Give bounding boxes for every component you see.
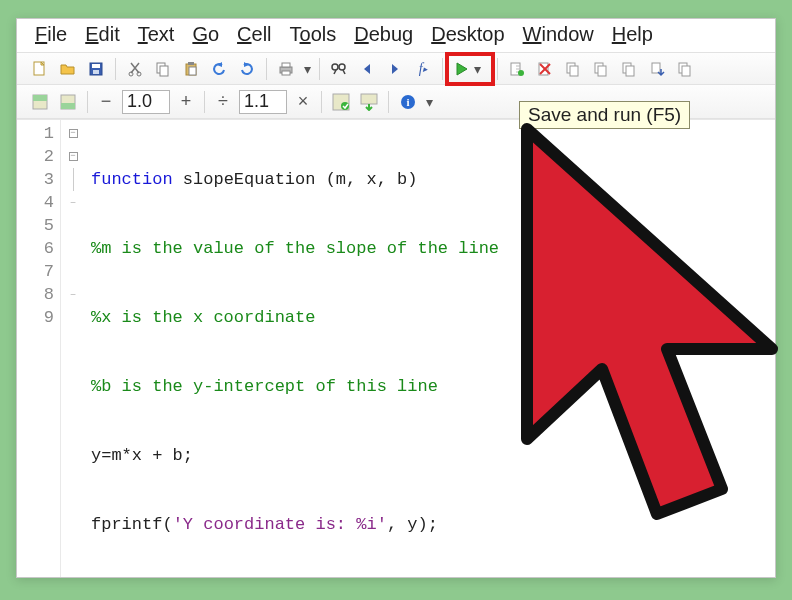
svg-rect-10 — [189, 67, 196, 75]
svg-point-14 — [332, 64, 338, 70]
save-button[interactable] — [85, 58, 107, 80]
menu-cell[interactable]: Cell — [237, 23, 271, 46]
menu-window[interactable]: Window — [523, 23, 594, 46]
svg-rect-26 — [598, 66, 606, 76]
decrement-button[interactable]: − — [96, 90, 116, 114]
svg-rect-35 — [61, 103, 75, 109]
line-number: 4 — [17, 191, 54, 214]
stack1-button[interactable] — [562, 58, 584, 80]
svg-rect-38 — [361, 94, 377, 104]
eval-cell-button[interactable] — [330, 91, 352, 113]
line-number: 9 — [17, 306, 54, 329]
svg-rect-13 — [282, 71, 290, 75]
main-toolbar: ▾ f▸ ▾ — [17, 53, 775, 85]
menu-text[interactable]: Text — [138, 23, 175, 46]
new-file-button[interactable] — [29, 58, 51, 80]
stop-button[interactable] — [534, 58, 556, 80]
paste-button[interactable] — [180, 58, 202, 80]
menu-tools[interactable]: Tools — [290, 23, 337, 46]
menu-debug[interactable]: Debug — [354, 23, 413, 46]
forward-button[interactable] — [384, 58, 406, 80]
cut-button[interactable] — [124, 58, 146, 80]
code-area[interactable]: function slopeEquation (m, x, b) %m is t… — [85, 120, 775, 577]
increment-button[interactable]: + — [176, 90, 196, 114]
menubar: File Edit Text Go Cell Tools Debug Deskt… — [17, 19, 775, 53]
svg-rect-12 — [282, 63, 290, 67]
line-number: 6 — [17, 237, 54, 260]
svg-rect-3 — [93, 70, 99, 74]
open-file-button[interactable] — [57, 58, 79, 80]
matlab-editor-window: File Edit Text Go Cell Tools Debug Deskt… — [16, 18, 776, 578]
menu-help[interactable]: Help — [612, 23, 653, 46]
print-dropdown-icon[interactable]: ▾ — [303, 61, 311, 77]
svg-point-15 — [339, 64, 345, 70]
line-number: 2 — [17, 145, 54, 168]
menu-desktop[interactable]: Desktop — [431, 23, 504, 46]
insert-cell-above-button[interactable] — [29, 91, 51, 113]
menu-file[interactable]: File — [35, 23, 67, 46]
run-dropdown-icon[interactable]: ▾ — [473, 61, 481, 77]
line-number: 8 — [17, 283, 54, 306]
stack2-button[interactable] — [590, 58, 612, 80]
find-button[interactable] — [328, 58, 350, 80]
increment-value-2[interactable]: 1.1 — [239, 90, 287, 114]
publish-button[interactable] — [506, 58, 528, 80]
svg-rect-29 — [652, 63, 660, 73]
line-number: 3 — [17, 168, 54, 191]
line-number-gutter: 1 2 3 4 5 6 7 8 9 — [17, 120, 61, 577]
function-hint-button[interactable]: f▸ — [412, 58, 434, 80]
stack3-button[interactable] — [618, 58, 640, 80]
fold-gutter: − − – – — [61, 120, 85, 577]
info-button[interactable]: i — [397, 91, 419, 113]
info-dropdown-icon[interactable]: ▾ — [425, 94, 433, 110]
redo-button[interactable] — [236, 58, 258, 80]
svg-rect-2 — [92, 64, 100, 68]
run-button-tooltip: Save and run (F5) — [519, 101, 690, 129]
svg-rect-24 — [570, 66, 578, 76]
svg-rect-33 — [33, 95, 47, 101]
insert-cell-below-button[interactable] — [57, 91, 79, 113]
svg-rect-9 — [188, 62, 194, 65]
stack-down-button[interactable] — [646, 58, 668, 80]
undo-button[interactable] — [208, 58, 230, 80]
increment-value-1[interactable]: 1.0 — [122, 90, 170, 114]
stack4-button[interactable] — [674, 58, 696, 80]
fold-toggle-icon[interactable]: − — [69, 129, 78, 138]
copy-button[interactable] — [152, 58, 174, 80]
line-number: 5 — [17, 214, 54, 237]
print-button[interactable] — [275, 58, 297, 80]
menu-go[interactable]: Go — [192, 23, 219, 46]
multiply-button[interactable]: × — [293, 90, 313, 114]
back-button[interactable] — [356, 58, 378, 80]
divide-button[interactable]: ÷ — [213, 90, 233, 114]
svg-rect-28 — [626, 66, 634, 76]
svg-rect-7 — [160, 66, 168, 76]
menu-edit[interactable]: Edit — [85, 23, 119, 46]
line-number: 1 — [17, 122, 54, 145]
fold-toggle-icon[interactable]: − — [69, 152, 78, 161]
line-number: 7 — [17, 260, 54, 283]
svg-line-17 — [343, 70, 345, 74]
svg-rect-31 — [682, 66, 690, 76]
svg-point-19 — [518, 70, 524, 76]
run-button[interactable] — [451, 58, 473, 80]
code-editor[interactable]: 1 2 3 4 5 6 7 8 9 − − – – function slope… — [17, 119, 775, 577]
svg-text:i: i — [406, 96, 409, 108]
eval-cell-advance-button[interactable] — [358, 91, 380, 113]
